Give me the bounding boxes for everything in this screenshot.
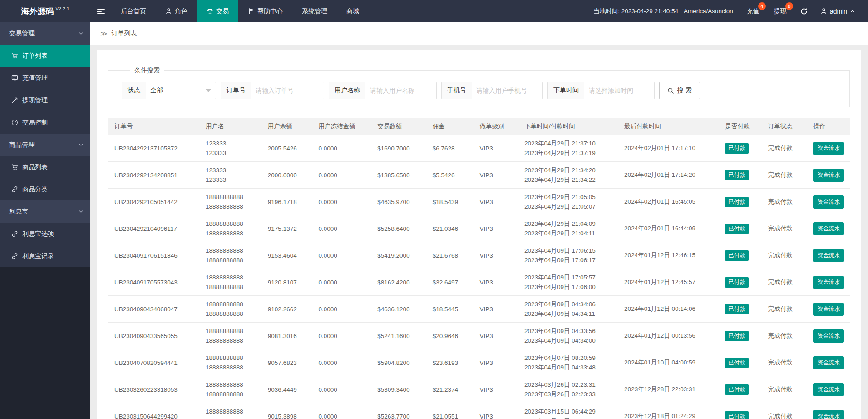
commission-cell: $21.0551: [426, 403, 473, 419]
column-header-用户冻结金额: 用户冻结金额: [311, 118, 370, 135]
action-cell: 资金流水: [806, 242, 850, 269]
level-cell: VIP3: [473, 296, 518, 323]
user-icon: [820, 8, 827, 15]
paid-cell: 已付款: [718, 242, 761, 269]
fund-flow-button[interactable]: 资金流水: [813, 195, 844, 209]
last-pay-time-cell: 2023年12月28日 22:03:31: [617, 376, 718, 403]
sidebar-item-充值管理[interactable]: 充值管理: [0, 67, 90, 89]
topnav-item-系统管理[interactable]: 系统管理: [292, 0, 337, 22]
last-pay-time-cell: 2024年02月01日 16:45:05: [617, 189, 718, 215]
topnav-item-角色[interactable]: 角色: [156, 0, 197, 22]
sidebar-group-商品管理[interactable]: 商品管理: [0, 134, 90, 156]
fund-flow-button[interactable]: 资金流水: [813, 169, 844, 182]
order-pay-time-cell: 2023年03月15日 06:44:292023年03月15日 06:44:36: [518, 403, 617, 419]
action-cell: 资金流水: [806, 323, 850, 349]
gavel-icon: [11, 97, 18, 104]
level-cell: VIP3: [473, 349, 518, 376]
paid-badge: 已付款: [725, 197, 749, 207]
last-pay-time-cell: 2023年12月18日 01:24:29: [617, 403, 718, 419]
sidebar-group-利息宝[interactable]: 利息宝: [0, 200, 90, 223]
table-row: UB23040917055730431888888888818888888888…: [108, 269, 850, 296]
select-caret-icon: [206, 89, 211, 92]
scales-icon: [207, 8, 213, 15]
frozen-cell: 0.0000: [311, 162, 370, 189]
commission-cell: $6.7628: [426, 135, 473, 162]
sidebar-group-交易管理[interactable]: 交易管理: [0, 22, 90, 45]
sidebar-item-label: 交易控制: [22, 119, 48, 127]
user-cell: 123333123333: [199, 135, 261, 162]
balance-cell: 2000.0000: [261, 162, 312, 189]
amount-cell: $5419.2000: [370, 242, 426, 269]
status-filter: 状态 全部: [122, 82, 216, 99]
user-menu[interactable]: admin: [814, 0, 860, 22]
recharge-link[interactable]: 充值 4: [740, 0, 767, 22]
last-pay-time-cell: 2024年02月01日 16:44:09: [617, 215, 718, 242]
topnav-item-后台首页[interactable]: 后台首页: [111, 0, 156, 22]
status-cell: 完成付款: [761, 296, 807, 323]
user-name: admin: [830, 8, 847, 15]
balance-cell: 9196.1718: [261, 189, 312, 215]
user-cell: 1888888888818888888888: [199, 242, 261, 269]
topnav-item-label: 系统管理: [302, 7, 327, 15]
fund-flow-button[interactable]: 资金流水: [813, 329, 844, 343]
amount-cell: $5258.6400: [370, 215, 426, 242]
phone-label: 手机号: [442, 82, 472, 99]
sidebar-item-交易控制[interactable]: 交易控制: [0, 111, 90, 134]
sidebar-group-label: 商品管理: [9, 141, 35, 149]
refresh-icon[interactable]: [794, 0, 814, 22]
status-cell: 完成付款: [761, 135, 807, 162]
fund-flow-button[interactable]: 资金流水: [813, 276, 844, 289]
order-pay-time-cell: 2023年03月26日 02:23:312023年03月26日 02:23:33: [518, 376, 617, 403]
frozen-cell: 0.0000: [311, 349, 370, 376]
fund-flow-button[interactable]: 资金流水: [813, 142, 844, 155]
flag-icon: [248, 8, 255, 15]
fund-flow-button[interactable]: 资金流水: [813, 410, 844, 419]
sidebar-item-订单列表[interactable]: 订单列表: [0, 45, 90, 67]
paid-cell: 已付款: [718, 349, 761, 376]
table-row: UB23040904340680471888888888818888888888…: [108, 296, 850, 323]
order-pay-time-cell: 2023年04月29日 21:05:052023年04月29日 21:05:07: [518, 189, 617, 215]
search-button[interactable]: 搜 索: [659, 82, 700, 99]
hamburger-menu-icon[interactable]: [90, 0, 111, 22]
frozen-cell: 0.0000: [311, 376, 370, 403]
sidebar-item-商品分类[interactable]: 商品分类: [0, 178, 90, 200]
sidebar-item-提现管理[interactable]: 提现管理: [0, 89, 90, 111]
user-name-input[interactable]: [365, 82, 436, 99]
column-header-下单时间/付款时间: 下单时间/付款时间: [518, 118, 617, 135]
frozen-cell: 0.0000: [311, 135, 370, 162]
balance-cell: 9036.4449: [261, 376, 312, 403]
withdraw-link[interactable]: 提现 0: [767, 0, 794, 22]
paid-badge: 已付款: [725, 411, 749, 419]
status-select[interactable]: 全部: [146, 82, 216, 99]
level-cell: VIP3: [473, 215, 518, 242]
order-time-input[interactable]: [584, 82, 654, 99]
fund-flow-button[interactable]: 资金流水: [813, 356, 844, 369]
fund-flow-button[interactable]: 资金流水: [813, 383, 844, 396]
fund-flow-button[interactable]: 资金流水: [813, 303, 844, 316]
order-no-label: 订单号: [221, 82, 251, 99]
sidebar-item-商品列表[interactable]: 商品列表: [0, 156, 90, 178]
topnav-item-帮助中心[interactable]: 帮助中心: [238, 0, 292, 22]
fund-flow-button[interactable]: 资金流水: [813, 222, 844, 235]
order-no-cell: UB2304091705573043: [108, 269, 199, 296]
level-cell: VIP3: [473, 403, 518, 419]
user-cell: 1888888888818888888888: [199, 403, 261, 419]
order-pay-time-cell: 2023年04月09日 04:33:562023年04月09日 04:34:00: [518, 323, 617, 349]
order-time-filter: 下单时间: [547, 82, 655, 99]
topnav-item-商城[interactable]: 商城: [337, 0, 369, 22]
balance-cell: 9057.6823: [261, 349, 312, 376]
withdraw-badge: 0: [785, 2, 793, 10]
balance-cell: 9175.1372: [261, 215, 312, 242]
status-cell: 完成付款: [761, 323, 807, 349]
topnav-menu: 后台首页角色交易帮助中心系统管理商城: [111, 0, 369, 22]
topnav-item-交易[interactable]: 交易: [197, 0, 238, 22]
sidebar-item-利息宝选项[interactable]: 利息宝选项: [0, 223, 90, 245]
paid-cell: 已付款: [718, 323, 761, 349]
sidebar-item-利息宝记录[interactable]: 利息宝记录: [0, 245, 90, 267]
status-label: 状态: [122, 82, 146, 99]
order-no-input[interactable]: [251, 82, 324, 99]
commission-cell: $5.5426: [426, 162, 473, 189]
paid-badge: 已付款: [725, 331, 749, 341]
fund-flow-button[interactable]: 资金流水: [813, 249, 844, 262]
phone-input[interactable]: [472, 82, 542, 99]
